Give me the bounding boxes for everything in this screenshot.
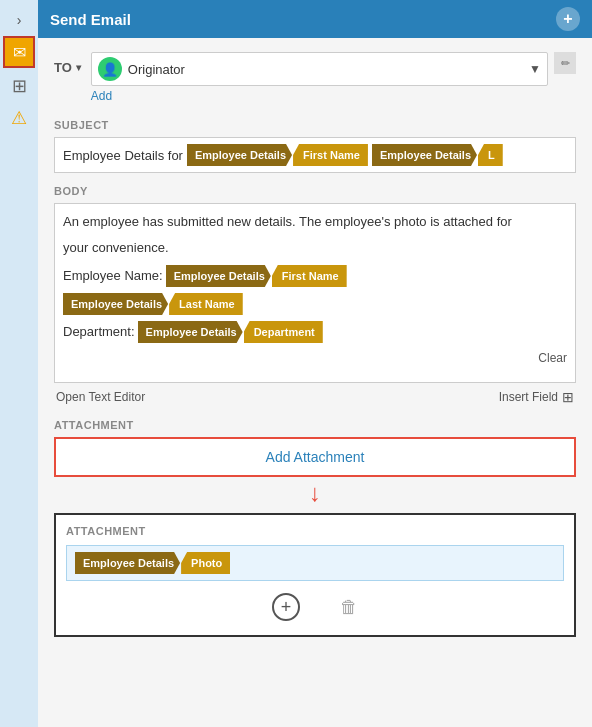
emp-name-label: Employee Name: — [63, 266, 163, 286]
open-text-editor-link[interactable]: Open Text Editor — [56, 390, 145, 404]
body-line-2: your convenience. — [63, 238, 567, 258]
subject-tag2-right: L — [478, 144, 503, 166]
to-edit-button[interactable]: ✏ — [554, 52, 576, 74]
emp-name-tag-2: Employee Details Last Name — [63, 293, 243, 315]
email-icon: ✉ — [13, 43, 26, 62]
attachment-tag1-left: Employee Details — [75, 552, 180, 574]
sidebar-item-email[interactable]: ✉ — [3, 36, 35, 68]
attachment-tag-1: Employee Details Photo — [75, 552, 230, 574]
attachment-item-row: Employee Details Photo — [66, 545, 564, 581]
subject-tag-1: Employee Details First Name — [187, 144, 368, 166]
panel-header: Send Email + — [38, 0, 592, 38]
attachment-popup: ATTACHMENT Employee Details Photo + 🗑 — [54, 513, 576, 637]
dept-tag1-left: Employee Details — [138, 321, 243, 343]
sidebar-item-warning[interactable]: ⚠ — [5, 104, 33, 132]
body-line-1: An employee has submitted new details. T… — [63, 212, 567, 232]
dept-tag-1: Employee Details Department — [138, 321, 323, 343]
to-field-dropdown-arrow[interactable]: ▼ — [529, 62, 541, 76]
body-field[interactable]: An employee has submitted new details. T… — [54, 203, 576, 383]
subject-tag1-right: First Name — [293, 144, 368, 166]
to-row: TO ▾ 👤 Originator ▼ Add ✏ — [54, 52, 576, 103]
editor-row: Open Text Editor Insert Field ⊞ — [54, 389, 576, 405]
to-field: 👤 Originator ▼ Add — [91, 52, 548, 103]
panel-title: Send Email — [50, 11, 131, 28]
attachment-add-circle-button[interactable]: + — [272, 593, 300, 621]
add-circle-icon: + — [281, 597, 292, 618]
subject-tag1-left: Employee Details — [187, 144, 292, 166]
subject-tag2-left: Employee Details — [372, 144, 477, 166]
body-clear-button[interactable]: Clear — [63, 349, 567, 367]
body-dept-line: Department: Employee Details Department — [63, 321, 567, 343]
to-input-row: 👤 Originator ▼ — [91, 52, 548, 86]
dept-label: Department: — [63, 322, 135, 342]
attachment-tag1-right: Photo — [181, 552, 230, 574]
subject-field[interactable]: Employee Details for Employee Details Fi… — [54, 137, 576, 173]
body-emp-name-line-2: Employee Details Last Name — [63, 293, 567, 315]
subject-tag-2: Employee Details L — [372, 144, 503, 166]
main-panel: Send Email + TO ▾ 👤 Originator ▼ Add — [38, 0, 592, 727]
dept-tag1-right: Department — [244, 321, 323, 343]
warning-icon: ⚠ — [11, 107, 27, 129]
emp-name-tag2-left: Employee Details — [63, 293, 168, 315]
header-add-button[interactable]: + — [556, 7, 580, 31]
insert-field-icon: ⊞ — [562, 389, 574, 405]
emp-name-tag1-right: First Name — [272, 265, 347, 287]
to-dropdown-chevron: ▾ — [76, 62, 81, 73]
subject-prefix: Employee Details for — [63, 148, 183, 163]
subject-label: SUBJECT — [54, 119, 576, 131]
emp-name-tag1-left: Employee Details — [166, 265, 271, 287]
body-emp-name-line: Employee Name: Employee Details First Na… — [63, 265, 567, 287]
originator-icon: 👤 — [98, 57, 122, 81]
attachment-delete-button[interactable]: 🗑 — [340, 597, 358, 618]
insert-field-link[interactable]: Insert Field ⊞ — [499, 389, 574, 405]
originator-label: Originator — [128, 62, 523, 77]
emp-name-tag2-right: Last Name — [169, 293, 243, 315]
attachment-label: ATTACHMENT — [54, 419, 576, 431]
to-add-link[interactable]: Add — [91, 89, 548, 103]
add-attachment-button[interactable]: Add Attachment — [54, 437, 576, 477]
body-label: BODY — [54, 185, 576, 197]
table-icon: ⊞ — [12, 75, 27, 97]
emp-name-tag-1: Employee Details First Name — [166, 265, 347, 287]
sidebar: › ✉ ⊞ ⚠ — [0, 0, 38, 727]
attachment-actions: + 🗑 — [66, 589, 564, 625]
sidebar-item-table[interactable]: ⊞ — [5, 72, 33, 100]
red-arrow: ↓ — [54, 481, 576, 505]
to-label[interactable]: TO ▾ — [54, 60, 81, 75]
insert-field-label: Insert Field — [499, 390, 558, 404]
attachment-popup-label: ATTACHMENT — [66, 525, 564, 537]
edit-icon: ✏ — [561, 57, 570, 70]
panel-content: TO ▾ 👤 Originator ▼ Add ✏ SUBJECT Employ… — [38, 38, 592, 727]
sidebar-expand-arrow[interactable]: › — [5, 8, 33, 32]
